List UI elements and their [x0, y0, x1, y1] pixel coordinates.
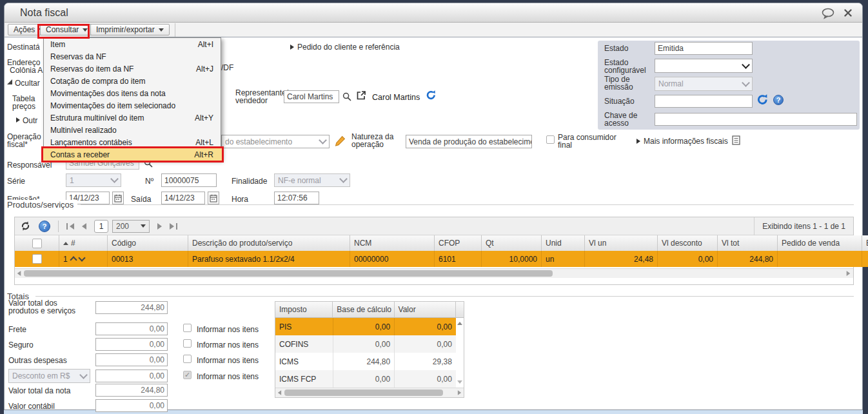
- col-header-pedido-venda[interactable]: Pedido de venda: [778, 235, 862, 251]
- col-header-cfop[interactable]: CFOP: [435, 235, 482, 251]
- move-down-icon[interactable]: [78, 254, 85, 261]
- ocultar-label[interactable]: Ocultar: [15, 79, 40, 87]
- scroll-left-icon[interactable]: [278, 390, 281, 395]
- col-header-ncm[interactable]: NCM: [350, 235, 435, 251]
- pagination-first[interactable]: [66, 223, 74, 230]
- pagination-previous[interactable]: [82, 223, 86, 230]
- tax-vertical-scrollbar[interactable]: [456, 318, 464, 335]
- pagination-next[interactable]: [157, 223, 162, 230]
- select-all-checkbox[interactable]: [32, 239, 42, 248]
- saida-input[interactable]: 14/12/23: [161, 192, 205, 204]
- comment-bubble-icon[interactable]: [821, 8, 836, 19]
- menu-item-movimentacoes-itens[interactable]: Movimentações dos itens da nota: [44, 87, 221, 99]
- select-all-header[interactable]: [15, 235, 59, 251]
- tax-row-cofins[interactable]: COFINS 0,00 0,00: [275, 335, 464, 353]
- document-icon[interactable]: [732, 135, 740, 145]
- para-consumidor-final-checkbox[interactable]: [546, 135, 555, 144]
- mais-informacoes-fiscais-toggle[interactable]: Mais informações fiscais: [644, 137, 728, 145]
- tipo-emissao-label-2: emissão: [604, 83, 633, 91]
- refresh-icon[interactable]: [756, 94, 769, 106]
- valor-total-produtos-input[interactable]: 244,80: [95, 301, 168, 314]
- informar-frete-checkbox[interactable]: [183, 324, 192, 332]
- numero-input[interactable]: 10000075: [161, 173, 217, 187]
- help-icon[interactable]: ?: [773, 95, 784, 105]
- scroll-thumb[interactable]: [24, 270, 553, 277]
- col-header-codigo[interactable]: Código: [108, 235, 188, 251]
- tax-row-icms[interactable]: ICMS 244,80 29,38: [275, 353, 464, 370]
- page-size-value: 200: [116, 222, 129, 231]
- hora-input[interactable]: 12:07:56: [274, 192, 319, 204]
- representante-input[interactable]: Carol Martins: [284, 90, 339, 103]
- expand-icon[interactable]: [636, 139, 640, 144]
- grid-horizontal-scrollbar[interactable]: [15, 268, 853, 278]
- menu-item-contas-a-receber[interactable]: Contas a receberAlt+R: [44, 148, 221, 161]
- valor-contabil-input[interactable]: 0,00: [95, 399, 168, 412]
- tax-row-icms-fcp[interactable]: ICMS FCP 0,00 0,00: [275, 370, 464, 388]
- row-checkbox[interactable]: [32, 254, 42, 264]
- col-header-vl-desconto[interactable]: Vl desconto: [658, 235, 718, 251]
- informar-seguro-checkbox[interactable]: [183, 339, 192, 348]
- natureza-operacao-input[interactable]: Venda de produção do estabelecime: [406, 135, 532, 148]
- tax-col-valor[interactable]: Valor: [395, 302, 456, 318]
- scroll-thumb[interactable]: [284, 389, 443, 396]
- valor-total-nota-input[interactable]: 244,80: [95, 384, 168, 397]
- scroll-down-icon[interactable]: [457, 380, 462, 384]
- calendar-icon[interactable]: [112, 192, 124, 204]
- col-header-unid[interactable]: Unid: [542, 235, 585, 251]
- menu-item-estrutura-multinivel[interactable]: Estrutura multinível do itemAlt+Y: [44, 112, 221, 124]
- grid-refresh-icon[interactable]: [20, 221, 31, 232]
- tax-row-pis[interactable]: PIS 0,00 0,00: [275, 318, 464, 335]
- tax-vertical-scrollbar[interactable]: [456, 370, 464, 388]
- row-select-cell[interactable]: [15, 251, 59, 267]
- chave-acesso-input[interactable]: [655, 113, 857, 126]
- menu-item-reservas-nf[interactable]: Reservas da NF: [44, 50, 221, 63]
- operacao-fiscal-select[interactable]: do estabelecimento: [221, 135, 330, 148]
- frete-input[interactable]: 0,00: [95, 322, 168, 335]
- calendar-icon[interactable]: [208, 192, 219, 204]
- pagination-last[interactable]: [170, 223, 177, 230]
- move-up-icon[interactable]: [70, 256, 77, 263]
- menu-item-multinivel-realizado[interactable]: Multinível realizado: [44, 124, 221, 136]
- informar-outras-checkbox[interactable]: [183, 355, 192, 363]
- edit-pencil-icon[interactable]: [335, 135, 346, 146]
- col-header-num[interactable]: #: [59, 235, 108, 251]
- page-size-select[interactable]: 200: [112, 220, 150, 233]
- menu-item-movimentacoes-item-selecionado[interactable]: Movimentações do item selecionado: [44, 99, 221, 112]
- pedido-cliente-toggle[interactable]: Pedido do cliente e referência: [297, 43, 400, 51]
- expand-icon[interactable]: [290, 44, 294, 50]
- tax-col-base[interactable]: Base de cálculo: [333, 302, 394, 318]
- outras-despesas-input[interactable]: 0,00: [95, 353, 168, 366]
- page-number-input[interactable]: 1: [94, 220, 108, 233]
- refresh-icon[interactable]: [426, 90, 437, 101]
- product-row[interactable]: 1 00013 Parafuso sextavado 1.1/2x2/4 000…: [15, 251, 868, 267]
- col-header-vl-un[interactable]: Vl un: [585, 235, 658, 251]
- scroll-left-icon[interactable]: [17, 271, 21, 276]
- tax-horizontal-scrollbar[interactable]: [275, 388, 464, 397]
- menu-item-reservas-item-nf[interactable]: Reservas do item da NFAlt+J: [44, 63, 221, 75]
- menu-button-imprimir-exportar[interactable]: Imprimir/exportar: [90, 24, 170, 35]
- grid-help-icon[interactable]: ?: [39, 221, 50, 232]
- menu-item-item[interactable]: ItemAlt+I: [44, 38, 221, 50]
- scroll-up-icon[interactable]: [457, 322, 462, 325]
- menu-item-lancamentos-contabeis[interactable]: Lançamentos contábeisAlt+L: [44, 136, 221, 148]
- close-icon[interactable]: [844, 9, 852, 17]
- menu-item-cotacao-compra[interactable]: Cotação de compra do item: [44, 75, 221, 87]
- col-header-qt[interactable]: Qt: [482, 235, 542, 251]
- expand-icon[interactable]: [16, 117, 20, 123]
- search-icon[interactable]: [342, 92, 351, 101]
- col-header-entrega-pv[interactable]: Entrega PV: [862, 235, 868, 251]
- tax-col-imposto[interactable]: Imposto: [275, 302, 333, 318]
- outros-label[interactable]: Outr: [23, 117, 37, 124]
- seguro-input[interactable]: 0,00: [95, 338, 168, 351]
- scroll-right-icon[interactable]: [458, 390, 461, 395]
- scroll-right-icon[interactable]: [847, 271, 851, 276]
- menu-button-consultar[interactable]: Consultar: [40, 24, 94, 35]
- col-header-descricao[interactable]: Descrição do produto/serviço: [188, 235, 350, 251]
- col-header-vl-tot[interactable]: Vl tot: [718, 235, 778, 251]
- estado-configuravel-select[interactable]: [655, 59, 753, 73]
- estado-input[interactable]: Emitida: [655, 42, 753, 55]
- desconto-input[interactable]: 0,00: [95, 370, 168, 382]
- open-record-icon[interactable]: [356, 90, 366, 101]
- collapse-icon[interactable]: [7, 79, 12, 84]
- situacao-input[interactable]: [655, 95, 753, 108]
